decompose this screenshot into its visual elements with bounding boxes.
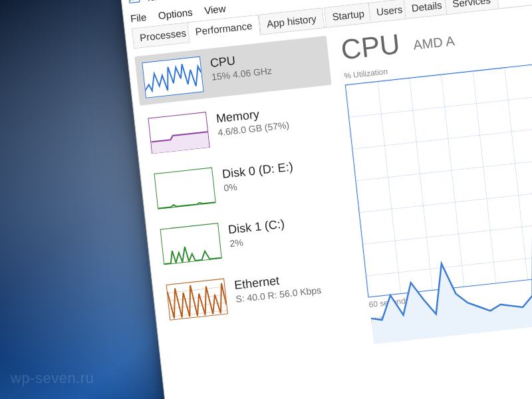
- memory-thumb-icon: [148, 112, 209, 154]
- main-title: CPU: [339, 28, 401, 66]
- disk0-thumb-icon: [154, 168, 215, 209]
- menu-file[interactable]: File: [130, 11, 147, 25]
- cpu-model-text: AMD A: [412, 33, 455, 53]
- menu-options[interactable]: Options: [158, 6, 193, 21]
- cpu-utilization-chart: [345, 49, 532, 297]
- main-panel: CPU AMD A % Utilization 60 seconds Utili…: [334, 0, 532, 399]
- menu-view[interactable]: View: [203, 3, 226, 16]
- ethernet-thumb-icon: [166, 279, 228, 321]
- app-icon: [128, 0, 141, 5]
- tab-startup[interactable]: Startup: [324, 2, 372, 27]
- performance-sidebar: CPU 15% 4.06 GHz Memory: [134, 36, 371, 399]
- cpu-thumb-icon: [142, 57, 203, 98]
- task-manager-window: Task Manager File Options View Processes…: [120, 0, 532, 399]
- disk1-thumb-icon: [160, 223, 222, 265]
